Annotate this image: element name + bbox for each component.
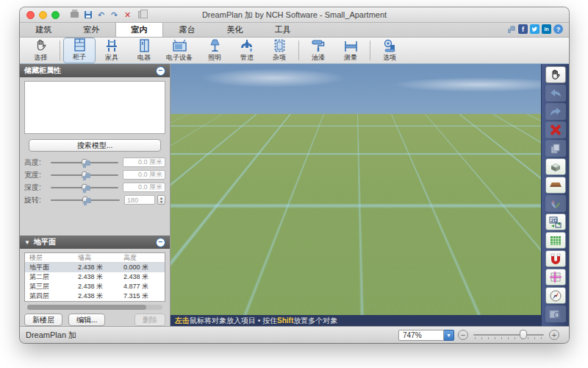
redo-view-button: [545, 103, 566, 120]
zoom-window-button[interactable]: [51, 11, 60, 19]
show-grid-button[interactable]: [545, 232, 566, 249]
nav-rotate-left-icon[interactable]: ↺: [184, 276, 194, 289]
tab-indoor[interactable]: 室内: [115, 23, 163, 37]
zoom-in-button[interactable]: +: [549, 330, 559, 340]
hand-icon: [550, 69, 561, 81]
left-panel: 储藏柜属性 − 搜索模型... 高度: 0.0 厘米 宽度: 0.0 厘米 深度…: [20, 64, 171, 326]
status-bar: DreamPlan 加 747% ▼ − +: [20, 326, 569, 343]
hub-left-icon[interactable]: ◀: [201, 280, 206, 286]
cabinet-icon: [74, 38, 85, 52]
delete-floor-button: 删除: [135, 314, 165, 326]
tab-deck[interactable]: 露台: [163, 23, 211, 37]
misc-tool-button[interactable]: 杂项: [263, 38, 295, 63]
delete-icon[interactable]: ✕: [123, 10, 132, 20]
linkedin-icon[interactable]: in: [542, 24, 551, 34]
floor-row-2[interactable]: 第二层 2.438 米 2.438 米: [25, 272, 165, 282]
floor-row-3[interactable]: 第三层 2.438 米 4.877 米: [25, 282, 165, 291]
depth-slider-row: 深度: 0.0 厘米: [20, 181, 170, 194]
measure-tool-button[interactable]: 测量: [334, 38, 367, 63]
show-floor-button[interactable]: [545, 177, 566, 194]
facebook-icon[interactable]: f: [518, 24, 528, 34]
twitter-icon[interactable]: [530, 24, 539, 34]
snap-magnet-button[interactable]: [545, 250, 566, 267]
rotation-stepper[interactable]: ▲▼: [157, 195, 165, 205]
zoom-slider[interactable]: [473, 330, 544, 340]
cabinets-tool-button[interactable]: 柜子: [63, 38, 96, 63]
floor-tile-icon: [549, 180, 562, 190]
width-value-field[interactable]: 0.0 厘米: [123, 170, 165, 180]
plumbing-tool-button[interactable]: 管道: [231, 38, 263, 63]
delete-x-icon: [550, 124, 561, 135]
like-icon[interactable]: [507, 25, 516, 34]
collapse-properties-icon[interactable]: −: [156, 66, 165, 76]
copy-object-button: [545, 140, 566, 157]
tab-landscaping[interactable]: 美化: [211, 23, 259, 37]
nav-pan-down-icon[interactable]: ▼: [206, 303, 215, 313]
search-model-button[interactable]: 搜索模型...: [29, 139, 161, 152]
depth-slider[interactable]: [51, 183, 118, 192]
furniture-tool-button[interactable]: 家具: [96, 38, 128, 63]
floors-horizontal-scrollbar[interactable]: [27, 305, 162, 310]
show-blocks-button[interactable]: [545, 158, 566, 175]
nav-camera-button[interactable]: [220, 238, 232, 251]
floors-panel-title: 地平面: [34, 237, 56, 247]
lighting-tool-button[interactable]: 照明: [198, 38, 231, 63]
floor-row-ground[interactable]: 地平面 2.438 米 0.000 米: [25, 263, 165, 272]
help-icon[interactable]: ?: [553, 24, 563, 34]
rotation-value-field[interactable]: 180: [124, 195, 155, 205]
height-value-field[interactable]: 0.0 厘米: [123, 158, 165, 167]
scene-3d[interactable]: ▲ ▼ ↺ ↻ ▲ ▼ ◀ ▶ ? − + ▲ ▼: [171, 64, 541, 315]
tab-outdoor[interactable]: 室外: [68, 23, 115, 37]
hub-right-icon[interactable]: ▶: [216, 280, 220, 286]
pan-tool-button[interactable]: [545, 66, 566, 83]
chair-icon: [106, 39, 118, 52]
width-slider[interactable]: [51, 171, 118, 180]
nav-elevate-up-button[interactable]: ▲: [229, 258, 241, 270]
ribbon-tab-bar: 建筑 室外 室内 露台 美化 工具 f in ?: [20, 23, 569, 38]
new-floor-button[interactable]: 新楼层: [24, 314, 62, 326]
depth-value-field[interactable]: 0.0 厘米: [123, 183, 165, 192]
options-tool-button[interactable]: 选项: [373, 38, 406, 63]
hub-down-icon[interactable]: ▼: [209, 289, 215, 294]
electronics-tool-button[interactable]: 电子设备: [160, 38, 198, 63]
select-tool-button[interactable]: 选择: [24, 38, 57, 63]
nav-zoom-in-button[interactable]: +: [201, 227, 213, 239]
floors-collapse-arrow-icon[interactable]: ▼: [24, 239, 30, 246]
undo-icon[interactable]: ↶: [96, 10, 106, 20]
compass-button[interactable]: [545, 287, 566, 304]
paint-tool-button[interactable]: 油漆: [302, 38, 334, 63]
floors-panel-header: ▼ 地平面 −: [20, 236, 170, 249]
close-window-button[interactable]: [26, 11, 35, 19]
edit-floor-button[interactable]: 编辑...: [68, 314, 105, 326]
zoom-level-field[interactable]: 747%: [398, 330, 444, 341]
block-icon: [549, 162, 562, 172]
hint-bar: 左击 鼠标将对象放入项目 • 按住 Shift 放置多个对象: [171, 315, 541, 326]
height-slider[interactable]: [51, 158, 118, 167]
print-icon[interactable]: [70, 10, 79, 20]
save-icon[interactable]: [83, 10, 93, 20]
minimize-window-button[interactable]: [39, 11, 47, 19]
delete-object-button[interactable]: [545, 121, 566, 138]
zoom-dropdown-icon[interactable]: ▼: [444, 330, 454, 341]
switch-2d-3d-button[interactable]: 2D: [545, 213, 566, 230]
nav-elevate-down-button[interactable]: ▼: [229, 277, 241, 289]
zoom-slider-thumb[interactable]: [520, 330, 527, 339]
nav-pan-up-icon[interactable]: ▲: [206, 252, 215, 262]
zoom-out-button[interactable]: −: [458, 330, 468, 340]
camera-navigation-widget[interactable]: ▲ ▼ ↺ ↻ ▲ ▼ ◀ ▶ ? − + ▲ ▼: [177, 249, 245, 315]
tab-building[interactable]: 建筑: [20, 23, 68, 37]
viewport-3d[interactable]: ▲ ▼ ↺ ↻ ▲ ▼ ◀ ▶ ? − + ▲ ▼: [171, 64, 541, 326]
redo-icon[interactable]: ↷: [110, 10, 119, 20]
hub-up-icon[interactable]: ▲: [209, 271, 215, 277]
nav-zoom-out-button[interactable]: −: [177, 227, 190, 239]
appliances-tool-button[interactable]: 电器: [128, 38, 160, 63]
hint-click-label: 左击: [175, 316, 190, 326]
rotation-slider[interactable]: [51, 196, 120, 205]
magnet-icon: [551, 253, 561, 264]
snap-grid-button[interactable]: [545, 269, 566, 286]
tab-tools[interactable]: 工具: [259, 23, 306, 37]
collapse-floors-icon[interactable]: −: [156, 238, 165, 247]
traffic-lights: [26, 11, 60, 19]
copy-icon: [136, 10, 146, 20]
floor-row-4[interactable]: 第四层 2.438 米 7.315 米: [25, 291, 165, 301]
